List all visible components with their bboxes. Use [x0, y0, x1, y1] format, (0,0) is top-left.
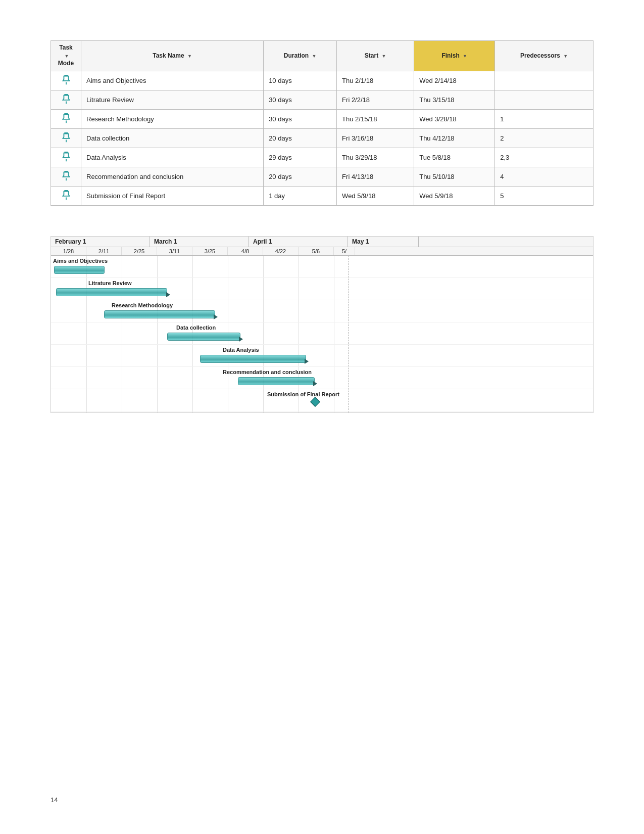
task-finish-cell: Thu 4/12/18: [414, 128, 495, 148]
gantt-label-6: Recommendation and conclusion: [223, 369, 312, 375]
col-header-duration: Duration ▼: [264, 41, 337, 71]
gantt-week-1: 1/28: [51, 247, 86, 255]
table-row: Data collection20 daysFri 3/16/18Thu 4/1…: [51, 128, 593, 148]
table-row: Recommendation and conclusion20 daysFri …: [51, 167, 593, 186]
task-name-cell: Data collection: [81, 128, 264, 148]
task-duration-cell: 29 days: [264, 148, 337, 167]
task-start-cell: Wed 5/9/18: [337, 186, 414, 205]
gantt-row-5: Data Analysis: [51, 345, 593, 367]
task-duration-cell: 20 days: [264, 128, 337, 148]
task-finish-cell: Tue 5/8/18: [414, 148, 495, 167]
gantt-week-headers: 1/28 2/11 2/25 3/11 3/25 4/8 4/22 5/6 5/: [51, 247, 593, 256]
task-start-cell: Thu 3/29/18: [337, 148, 414, 167]
gantt-row-6: Recommendation and conclusion: [51, 367, 593, 389]
task-finish-cell: Wed 5/9/18: [414, 186, 495, 205]
gantt-bar-1: [54, 266, 105, 274]
gantt-bar-6: [238, 377, 315, 385]
pushpin-icon: [61, 132, 72, 143]
task-predecessors-cell: [495, 71, 593, 90]
task-mode-cell: [51, 148, 81, 167]
table-row: Aims and Objectives10 daysThu 2/1/18Wed …: [51, 71, 593, 90]
task-mode-cell: [51, 109, 81, 128]
table-row: Submission of Final Report1 dayWed 5/9/1…: [51, 186, 593, 205]
gantt-week-9: 5/: [334, 247, 355, 255]
task-finish-cell: Thu 5/10/18: [414, 167, 495, 186]
task-start-cell: Thu 2/1/18: [337, 71, 414, 90]
task-finish-cell: Thu 3/15/18: [414, 90, 495, 109]
table-row: Research Methodology30 daysThu 2/15/18We…: [51, 109, 593, 128]
gantt-bar-2: [56, 288, 167, 296]
task-finish-cell: Wed 3/28/18: [414, 109, 495, 128]
task-name-cell: Aims and Objectives: [81, 71, 264, 90]
task-predecessors-cell: 2,3: [495, 148, 593, 167]
task-predecessors-cell: 1: [495, 109, 593, 128]
pushpin-icon: [61, 170, 72, 181]
task-start-cell: Fri 2/2/18: [337, 90, 414, 109]
gantt-month-mar: March 1: [150, 237, 249, 247]
gantt-week-8: 5/6: [299, 247, 334, 255]
gantt-row-4: Data collection: [51, 322, 593, 345]
gantt-label-3: Research Methodology: [112, 302, 173, 308]
task-duration-cell: 30 days: [264, 109, 337, 128]
task-name-cell: Submission of Final Report: [81, 186, 264, 205]
task-predecessors-cell: 4: [495, 167, 593, 186]
task-mode-cell: [51, 186, 81, 205]
task-mode-cell: [51, 71, 81, 90]
gantt-label-4: Data collection: [176, 325, 216, 331]
task-finish-cell: Wed 2/14/18: [414, 71, 495, 90]
gantt-label-7: Submission of Final Report: [267, 391, 339, 397]
page-number: 14: [51, 796, 58, 804]
gantt-month-may: May 1: [348, 237, 419, 247]
gantt-month-apr: April 1: [249, 237, 348, 247]
gantt-month-headers: February 1 March 1 April 1 May 1: [51, 237, 593, 247]
pushpin-icon: [61, 94, 72, 105]
gantt-week-6: 4/8: [228, 247, 263, 255]
table-row: Data Analysis29 daysThu 3/29/18Tue 5/8/1…: [51, 148, 593, 167]
task-start-cell: Fri 3/16/18: [337, 128, 414, 148]
task-name-cell: Recommendation and conclusion: [81, 167, 264, 186]
gantt-bar-5: [200, 355, 306, 363]
gantt-week-5: 3/25: [192, 247, 228, 255]
pushpin-icon: [61, 74, 72, 85]
task-start-cell: Thu 2/15/18: [337, 109, 414, 128]
task-table: Task ▼Mode Task Name ▼ Duration ▼ Start …: [51, 40, 593, 206]
col-header-start: Start ▼: [337, 41, 414, 71]
gantt-row-1: Aims and Objectives: [51, 256, 593, 278]
task-mode-cell: [51, 167, 81, 186]
task-duration-cell: 10 days: [264, 71, 337, 90]
task-name-cell: Data Analysis: [81, 148, 264, 167]
task-predecessors-cell: 2: [495, 128, 593, 148]
gantt-label-1: Aims and Objectives: [53, 258, 108, 264]
col-header-predecessors: Predecessors ▼: [495, 41, 593, 71]
pushpin-icon: [61, 190, 72, 201]
gantt-row-7: Submission of Final Report: [51, 389, 593, 411]
gantt-bar-4: [167, 333, 240, 341]
gantt-week-2: 2/11: [86, 247, 122, 255]
col-header-task-name: Task Name ▼: [81, 41, 264, 71]
task-duration-cell: 1 day: [264, 186, 337, 205]
task-duration-cell: 20 days: [264, 167, 337, 186]
pushpin-icon: [61, 151, 72, 162]
gantt-body: Aims and Objectives Litrature Review Res…: [51, 256, 593, 412]
gantt-bar-3: [104, 310, 215, 318]
task-start-cell: Fri 4/13/18: [337, 167, 414, 186]
gantt-week-3: 2/25: [122, 247, 157, 255]
gantt-label-5: Data Analysis: [223, 347, 259, 353]
col-header-finish: Finish ▼: [414, 41, 495, 71]
task-name-cell: Litrature Review: [81, 90, 264, 109]
table-row: Litrature Review30 daysFri 2/2/18Thu 3/1…: [51, 90, 593, 109]
gantt-week-7: 4/22: [263, 247, 299, 255]
gantt-chart: February 1 March 1 April 1 May 1 1/28 2/…: [51, 236, 593, 413]
task-duration-cell: 30 days: [264, 90, 337, 109]
task-predecessors-cell: [495, 90, 593, 109]
gantt-milestone-7: [310, 397, 320, 407]
task-name-cell: Research Methodology: [81, 109, 264, 128]
gantt-week-4: 3/11: [157, 247, 192, 255]
gantt-row-2: Litrature Review: [51, 278, 593, 300]
task-mode-cell: [51, 90, 81, 109]
pushpin-icon: [61, 113, 72, 124]
col-header-task-mode: Task ▼Mode: [51, 41, 81, 71]
task-predecessors-cell: 5: [495, 186, 593, 205]
gantt-label-2: Litrature Review: [88, 280, 132, 286]
task-mode-cell: [51, 128, 81, 148]
